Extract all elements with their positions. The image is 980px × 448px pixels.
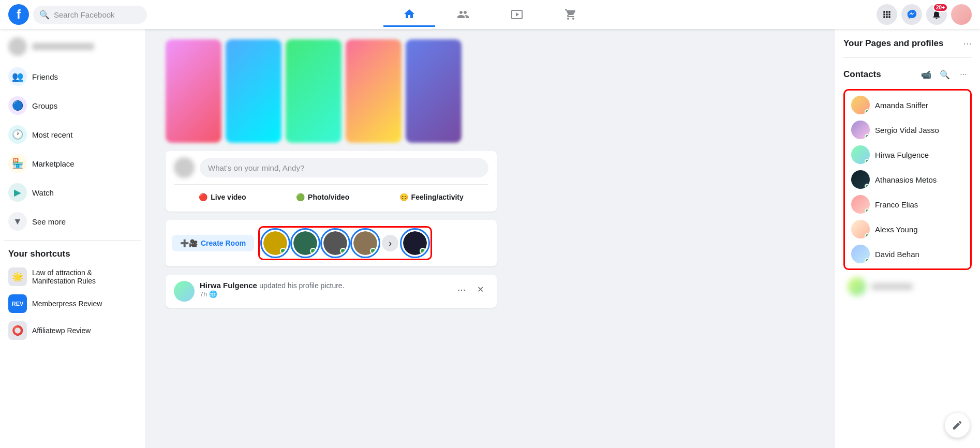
photo-video-btn[interactable]: 🟢 Photo/video xyxy=(290,189,355,205)
story-card-1[interactable] xyxy=(166,39,221,143)
post-meta: Hirwa Fulgence updated his profile pictu… xyxy=(200,281,448,298)
new-message-button[interactable] xyxy=(945,413,970,438)
feeling-activity-btn[interactable]: 😊 Feeling/activity xyxy=(393,189,470,205)
left-sidebar: 👥 Friends 🔵 Groups 🕐 Most recent 🏪 Marke… xyxy=(0,29,145,448)
story-next-button[interactable]: › xyxy=(382,235,398,251)
online-dot-4 xyxy=(370,248,376,254)
sidebar-item-friends[interactable]: 👥 Friends xyxy=(4,62,141,91)
shortcut-law-attraction[interactable]: 🌟 Law of attraction & Manifestation Rule… xyxy=(4,263,141,290)
live-video-btn[interactable]: 🔴 Live video xyxy=(192,189,252,205)
shortcut-label: Affiliatewp Review xyxy=(32,326,91,335)
contact-online-4 xyxy=(865,184,870,189)
topnav-center xyxy=(153,2,827,27)
contacts-more-button[interactable]: ··· xyxy=(955,66,972,83)
shortcuts-title: Your shortcuts xyxy=(4,245,141,263)
story-card-5[interactable] xyxy=(406,39,462,143)
contact-avatar-1 xyxy=(851,96,870,114)
contact-blurred xyxy=(843,274,972,299)
watch-icon: ▶ xyxy=(8,183,27,202)
contact-item-3[interactable]: Hirwa Fulgence xyxy=(847,142,968,167)
story-avatar-4[interactable] xyxy=(352,230,379,257)
apps-menu-button[interactable] xyxy=(877,4,897,25)
contact-item-6[interactable]: Alexs Young xyxy=(847,217,968,242)
most-recent-icon: 🕐 xyxy=(8,125,27,144)
contact-item-7[interactable]: David Behan xyxy=(847,242,968,266)
friends-icon: 👥 xyxy=(8,67,27,86)
feeling-label: Feeling/activity xyxy=(411,193,464,201)
sidebar-divider xyxy=(4,240,141,241)
story-card-2[interactable] xyxy=(226,39,281,143)
story-avatar-1[interactable] xyxy=(262,230,289,257)
main-layout: 👥 Friends 🔵 Groups 🕐 Most recent 🏪 Marke… xyxy=(0,29,980,448)
topnav-right: 20+ xyxy=(827,4,972,25)
contact-name-1: Amanda Sniffer xyxy=(875,101,928,110)
create-room-button[interactable]: ➕🎥 Create Room xyxy=(172,235,254,251)
sidebar-item-watch[interactable]: ▶ Watch xyxy=(4,178,141,207)
contact-item-2[interactable]: Sergio Vidal Jasso xyxy=(847,117,968,142)
post-user-avatar xyxy=(174,157,195,178)
contact-avatar-6 xyxy=(851,220,870,238)
search-input[interactable] xyxy=(54,10,141,19)
post-close-button[interactable]: ✕ xyxy=(472,281,488,297)
sidebar-item-label: Most recent xyxy=(32,130,72,139)
shortcut-label: Memberpress Review xyxy=(32,300,102,308)
new-video-call-button[interactable]: 📹 xyxy=(918,66,934,83)
stories-row xyxy=(166,39,497,143)
create-room-label: Create Room xyxy=(201,239,246,247)
sidebar-item-see-more[interactable]: ▼ See more xyxy=(4,207,141,236)
post-time-value: 7h xyxy=(200,290,207,298)
sidebar-user-profile[interactable] xyxy=(4,33,141,60)
tab-home[interactable] xyxy=(383,2,435,27)
notification-badge: 20+ xyxy=(933,3,948,12)
globe-icon: 🌐 xyxy=(209,290,217,298)
contact-avatar-4 xyxy=(851,170,870,189)
tab-watch[interactable] xyxy=(491,2,543,27)
marketplace-icon: 🏪 xyxy=(8,154,27,173)
post-user-avatar[interactable] xyxy=(174,281,195,302)
pages-profiles-header: Your Pages and profiles ··· xyxy=(843,37,972,49)
post-input-field[interactable]: What's on your mind, Andy? xyxy=(200,158,488,177)
story-avatars-container: › xyxy=(258,226,432,260)
topnav-left: f 🔍 xyxy=(8,4,153,25)
story-avatar-2[interactable] xyxy=(292,230,319,257)
post-input-row: What's on your mind, Andy? xyxy=(174,157,488,178)
user-avatar-button[interactable] xyxy=(951,4,972,25)
photo-video-icon: 🟢 xyxy=(296,193,305,201)
story-card-3[interactable] xyxy=(286,39,341,143)
shortcut-affiliatewp[interactable]: ⭕ Affiliatewp Review xyxy=(4,317,141,344)
contact-online-5 xyxy=(865,208,870,214)
contact-avatar-blurred xyxy=(848,277,866,296)
section-divider xyxy=(843,57,972,58)
contact-item-4[interactable]: Athanasios Metos xyxy=(847,167,968,192)
story-avatar-5[interactable] xyxy=(402,230,428,257)
shortcut-memberpress[interactable]: REV Memberpress Review xyxy=(4,290,141,317)
contact-name-3: Hirwa Fulgence xyxy=(875,151,929,159)
contact-online-2 xyxy=(865,134,870,139)
post-options: ··· ✕ xyxy=(453,281,488,297)
sidebar-item-groups[interactable]: 🔵 Groups xyxy=(4,91,141,120)
sidebar-item-marketplace[interactable]: 🏪 Marketplace xyxy=(4,149,141,178)
blurred-contact-bottom xyxy=(843,274,972,299)
notifications-button[interactable]: 20+ xyxy=(926,4,947,25)
messenger-button[interactable] xyxy=(901,4,922,25)
post-author-name[interactable]: Hirwa Fulgence xyxy=(200,281,257,290)
sidebar-item-most-recent[interactable]: 🕐 Most recent xyxy=(4,120,141,149)
tab-marketplace[interactable] xyxy=(545,2,597,27)
create-room-icon: ➕🎥 xyxy=(180,239,198,247)
story-card-4[interactable] xyxy=(346,39,402,143)
contact-online-6 xyxy=(865,233,870,238)
facebook-logo[interactable]: f xyxy=(8,4,29,25)
contact-item-1[interactable]: Amanda Sniffer xyxy=(847,93,968,117)
contact-item-5[interactable]: Franco Elias xyxy=(847,192,968,217)
search-bar-container[interactable]: 🔍 xyxy=(33,6,147,24)
contacts-actions: 📹 🔍 ··· xyxy=(918,66,972,83)
pages-profiles-more-button[interactable]: ··· xyxy=(963,37,972,49)
tab-friends[interactable] xyxy=(437,2,489,27)
sidebar-item-label: Groups xyxy=(32,101,57,110)
search-contacts-button[interactable]: 🔍 xyxy=(937,66,953,83)
contact-avatar-img-blurred xyxy=(848,277,866,296)
story-avatar-3[interactable] xyxy=(322,230,349,257)
create-post-box: What's on your mind, Andy? 🔴 Live video … xyxy=(166,151,497,212)
shortcut-memberpress-icon: REV xyxy=(8,294,27,313)
post-options-button[interactable]: ··· xyxy=(453,281,470,297)
